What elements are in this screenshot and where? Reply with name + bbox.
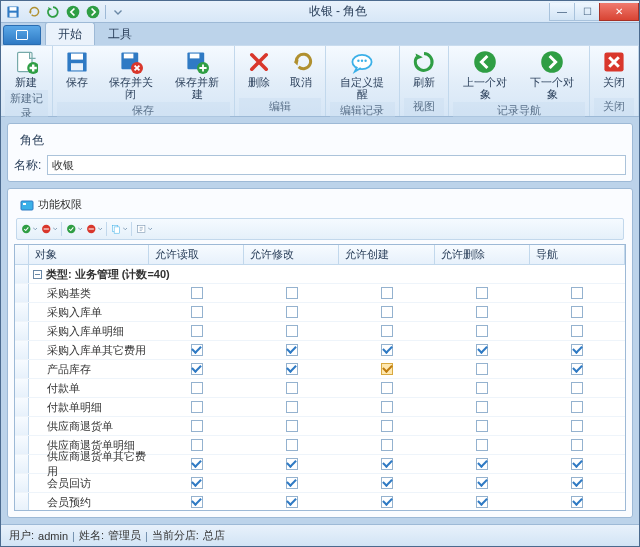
checkbox[interactable] [476,325,488,337]
column-header-1[interactable]: 允许读取 [149,245,244,264]
checkbox[interactable] [286,496,298,508]
ribbon-remind-button[interactable]: 自定义提醒 [330,48,395,102]
checkbox[interactable] [286,287,298,299]
checkbox[interactable] [476,306,488,318]
checkbox[interactable] [571,382,583,394]
ribbon-tab-0[interactable]: 开始 [45,22,95,45]
checkbox[interactable] [571,401,583,413]
checkbox[interactable] [381,306,393,318]
ribbon-new-button[interactable]: 新建 [6,48,46,90]
ribbon-save-button[interactable]: 保存 [57,48,97,90]
next-icon[interactable] [85,4,101,20]
column-header-2[interactable]: 允许修改 [244,245,339,264]
checkbox[interactable] [381,439,393,451]
save-icon[interactable] [5,4,21,20]
undo-icon[interactable] [25,4,41,20]
checkbox[interactable] [571,363,583,375]
ribbon-prev-button[interactable]: 上一个对象 [453,48,518,102]
checkbox[interactable] [191,382,203,394]
checkbox[interactable] [286,420,298,432]
toolbar-check-icon[interactable] [66,221,82,237]
checkbox[interactable] [286,458,298,470]
checkbox[interactable] [381,401,393,413]
toolbar-check-icon[interactable] [21,221,37,237]
checkbox[interactable] [191,401,203,413]
checkbox[interactable] [381,325,393,337]
ribbon-refresh-button[interactable]: 刷新 [404,48,444,90]
checkbox[interactable] [476,439,488,451]
ribbon-tab-1[interactable]: 工具 [95,22,145,45]
checkbox[interactable] [191,287,203,299]
group-row[interactable]: 类型: 业务管理 (计数=40) [15,265,625,284]
checkbox[interactable] [286,363,298,375]
toolbar-copy-icon[interactable] [111,221,127,237]
minimize-button[interactable]: — [549,3,575,21]
checkbox[interactable] [381,363,393,375]
more-icon[interactable] [110,4,126,20]
column-header-0[interactable]: 对象 [29,245,149,264]
checkbox[interactable] [286,344,298,356]
checkbox[interactable] [191,306,203,318]
checkbox[interactable] [286,401,298,413]
checkbox[interactable] [286,325,298,337]
ribbon-delete-button[interactable]: 删除 [239,48,279,90]
checkbox[interactable] [191,420,203,432]
checkbox[interactable] [381,420,393,432]
grid-body[interactable]: 类型: 业务管理 (计数=40)采购基类采购入库单采购入库单明细采购入库单其它费… [15,265,625,510]
toolbar-export-icon[interactable] [136,221,152,237]
checkbox[interactable] [381,458,393,470]
window-controls: — ☐ ✕ [550,3,639,21]
checkbox[interactable] [476,401,488,413]
checkbox[interactable] [571,458,583,470]
checkbox[interactable] [476,496,488,508]
ribbon-save-close-button[interactable]: 保存并关闭 [99,48,163,102]
checkbox[interactable] [476,458,488,470]
checkbox[interactable] [571,344,583,356]
checkbox[interactable] [571,287,583,299]
column-header-5[interactable]: 导航 [530,245,625,264]
ribbon-close-button[interactable]: 关闭 [594,48,634,90]
checkbox[interactable] [476,382,488,394]
checkbox[interactable] [476,287,488,299]
ribbon-next-button[interactable]: 下一个对象 [520,48,585,102]
checkbox[interactable] [191,325,203,337]
checkbox[interactable] [191,344,203,356]
checkbox[interactable] [476,420,488,432]
checkbox[interactable] [191,439,203,451]
checkbox[interactable] [381,477,393,489]
checkbox[interactable] [476,477,488,489]
checkbox[interactable] [286,382,298,394]
checkbox[interactable] [191,477,203,489]
checkbox[interactable] [381,344,393,356]
ribbon-cancel-button[interactable]: 取消 [281,48,321,90]
checkbox[interactable] [286,439,298,451]
checkbox[interactable] [476,363,488,375]
checkbox[interactable] [191,496,203,508]
checkbox[interactable] [571,496,583,508]
collapse-icon[interactable] [33,270,42,279]
toolbar-uncheck-icon[interactable] [41,221,57,237]
checkbox[interactable] [476,344,488,356]
checkbox[interactable] [381,287,393,299]
column-header-4[interactable]: 允许删除 [435,245,530,264]
toolbar-uncheck-icon[interactable] [86,221,102,237]
checkbox[interactable] [286,477,298,489]
column-header-3[interactable]: 允许创建 [339,245,434,264]
refresh-icon[interactable] [45,4,61,20]
ribbon-save-new-button[interactable]: 保存并新建 [165,48,229,102]
maximize-button[interactable]: ☐ [574,3,600,21]
checkbox[interactable] [191,363,203,375]
app-menu-button[interactable] [3,25,41,45]
checkbox[interactable] [571,439,583,451]
checkbox[interactable] [571,420,583,432]
checkbox[interactable] [381,496,393,508]
checkbox[interactable] [571,325,583,337]
checkbox[interactable] [571,306,583,318]
close-window-button[interactable]: ✕ [599,3,639,21]
role-name-input[interactable] [47,155,626,175]
checkbox[interactable] [286,306,298,318]
checkbox[interactable] [191,458,203,470]
checkbox[interactable] [381,382,393,394]
prev-icon[interactable] [65,4,81,20]
checkbox[interactable] [571,477,583,489]
